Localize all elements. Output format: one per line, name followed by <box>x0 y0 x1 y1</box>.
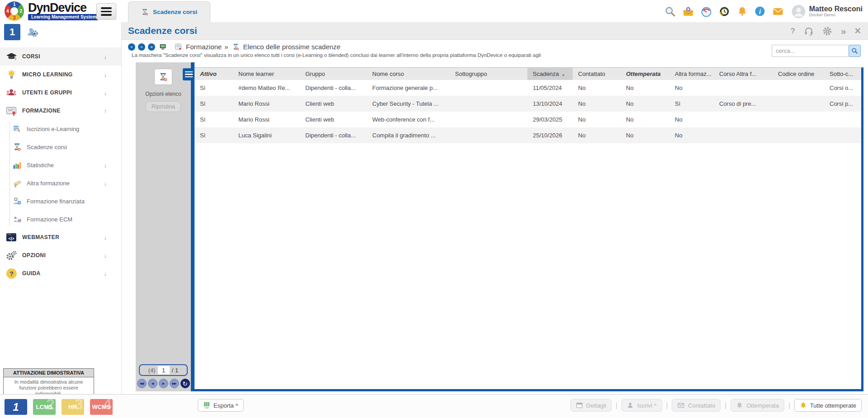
demo-box-title: ATTIVAZIONE DIMOSTRATIVA <box>4 369 94 377</box>
certificate-mail-icon[interactable] <box>683 6 694 17</box>
table-cell: Clienti web <box>300 96 367 112</box>
last-page-button[interactable]: ▶▶ <box>170 379 179 388</box>
next-page-button[interactable]: ▶ <box>159 379 168 388</box>
list-icon[interactable]: ≡ <box>148 43 155 51</box>
help-icon[interactable]: ? <box>790 27 795 36</box>
column-header[interactable]: Contattato <box>573 68 621 80</box>
hourglass-icon <box>12 142 22 151</box>
table-cell <box>773 112 824 127</box>
hourglass-icon <box>158 72 168 82</box>
table-row[interactable]: Sì#demo Matteo Re...Dipendenti - colla..… <box>194 80 861 96</box>
close-icon[interactable]: × <box>855 25 861 37</box>
support-headset-icon[interactable] <box>804 26 814 36</box>
table-cell: Corsi o... <box>824 80 861 96</box>
export-button[interactable]: CSV Esporta ^ <box>198 399 244 412</box>
sidebar-item-formazione-finanziata[interactable]: Formazione finanziata <box>0 192 121 210</box>
table-cell: No <box>573 96 621 112</box>
column-header[interactable]: Corso Altra f... <box>714 68 773 80</box>
sidebar-item-altra-formazione[interactable]: Altra formazione ↓ <box>0 174 121 192</box>
column-header[interactable]: Attivo <box>194 68 233 80</box>
module-badge-hr[interactable]: 3 HR <box>62 399 84 415</box>
sidebar-item-opzioni[interactable]: OPZIONI ↓ <box>0 246 121 264</box>
sidebar-item-label: CORSI <box>22 53 40 60</box>
table-row[interactable]: SìLuca SigaliniDipendenti - colla...Comp… <box>194 127 861 143</box>
panel-toggle-icon[interactable] <box>183 68 195 80</box>
all-fulfilled-label: Tutte ottemperate <box>810 402 856 409</box>
refresh-button[interactable]: ↻ <box>180 379 190 388</box>
sidebar-item-webmaster[interactable]: <|> WEBMASTER ↓ <box>0 228 121 246</box>
sidebar-item-corsi[interactable]: CORSI ↓ <box>0 47 121 66</box>
search-icon[interactable] <box>664 6 676 17</box>
user-settings-icon[interactable] <box>26 26 38 38</box>
table-cell <box>824 112 861 127</box>
hourglass-icon <box>141 8 149 16</box>
table-cell: Sì <box>194 80 233 96</box>
sidebar-item-formazione-ecm[interactable]: Formazione ECM <box>0 210 121 228</box>
sidebar-item-utenti-e-gruppi[interactable]: UTENTI E GRUPPI ↓ <box>0 84 121 102</box>
monitor-icon[interactable] <box>159 43 166 50</box>
column-header[interactable]: Nome corso <box>367 68 450 80</box>
diploma-icon <box>12 178 22 188</box>
enroll-button[interactable]: Iscrivi ^ <box>621 399 662 412</box>
sidebar-item-guida[interactable]: ? GUIDA ↓ <box>0 264 121 282</box>
module-badge-platform[interactable]: 1 <box>5 399 27 415</box>
column-header[interactable]: Scadenza▲ <box>527 68 573 80</box>
sidebar-item-statistiche[interactable]: Statistiche ↓ <box>0 156 121 174</box>
table-cell: No <box>621 96 669 112</box>
table-row[interactable]: SìMario RossiClienti webCyber Security -… <box>194 96 861 112</box>
column-header[interactable]: Sotto-c... <box>824 68 861 80</box>
prev-page-button[interactable]: ◀ <box>148 379 157 388</box>
table-cell: No <box>669 112 714 127</box>
gauge-icon[interactable] <box>701 6 712 17</box>
mail-icon[interactable] <box>772 6 784 17</box>
chevron-down-icon: ↓ <box>104 89 107 96</box>
search-input[interactable] <box>772 45 849 57</box>
history-icon[interactable] <box>719 6 730 17</box>
bell-icon[interactable] <box>737 6 748 17</box>
module-badge-lcms[interactable]: 2 LCMS <box>33 399 56 415</box>
column-header[interactable]: Altra formaz... <box>669 68 714 80</box>
export-label: Esporta ^ <box>213 402 238 409</box>
info-icon[interactable]: i <box>754 6 765 17</box>
avatar[interactable] <box>792 5 806 19</box>
settings-gear-icon[interactable] <box>822 26 832 36</box>
tab-scadenze-corsi[interactable]: Scadenze corsi <box>128 1 210 22</box>
sidebar-item-micro-learning[interactable]: MICRO LEARNING ↓ <box>0 66 121 84</box>
contacted-button[interactable]: Contattato <box>672 399 721 412</box>
sidebar-item-formazione[interactable]: FORMAZIONE ↑ <box>0 102 121 120</box>
all-fulfilled-button[interactable]: Tutte ottemperate <box>794 399 862 412</box>
reset-button[interactable]: Ripristina <box>146 101 181 112</box>
sidebar-item-label: GUIDA <box>22 270 41 277</box>
breadcrumb-row: « ≈ ≡ Formazione » Elenco delle prossime… <box>122 40 868 59</box>
separator: | <box>616 402 617 409</box>
sidebar-item-scadenze-corsi[interactable]: Scadenze corsi <box>0 138 121 156</box>
search-button[interactable] <box>849 45 861 57</box>
collapse-icon[interactable]: « <box>128 43 135 51</box>
table-cell: Sì <box>194 112 233 127</box>
column-header[interactable]: Nome learner <box>233 68 300 80</box>
platform-1-icon[interactable]: 1 <box>4 24 20 40</box>
menu-hamburger-icon[interactable] <box>96 3 116 20</box>
wave-icon[interactable]: ≈ <box>138 43 145 51</box>
module-badge-wcms[interactable]: 4 WCMS <box>90 399 113 415</box>
user-menu[interactable]: Matteo Resconi Docker Demo <box>792 5 863 19</box>
sidebar-item-iscrizioni-elearning[interactable]: Iscrizioni e-Learning <box>0 120 121 138</box>
table-row[interactable]: SìMario RossiClienti webWeb-conference c… <box>194 112 861 127</box>
expand-icon[interactable]: » <box>841 26 846 37</box>
table-cell: Cyber Security - Tutela ... <box>367 96 450 112</box>
footer-actions: Dettagli | Iscrivi ^ | Contattato | Otte… <box>570 399 862 412</box>
column-header[interactable]: Sottogruppo <box>450 68 527 80</box>
page-description: La maschera "Scadenze corsi" visualizza … <box>132 52 541 58</box>
formazione-submenu: Iscrizioni e-Learning Scadenze corsi Sta… <box>0 120 121 228</box>
details-button[interactable]: Dettagli <box>570 399 612 412</box>
fulfilled-button[interactable]: Ottemperata <box>730 399 784 412</box>
table-cell: No <box>669 127 714 143</box>
column-header[interactable]: Codice ordine <box>773 68 824 80</box>
first-page-button[interactable]: ◀◀ <box>137 379 147 388</box>
column-header[interactable]: Gruppo <box>300 68 367 80</box>
breadcrumb-section[interactable]: Formazione <box>186 43 222 51</box>
column-header[interactable]: Ottemperata <box>621 68 669 80</box>
page-input[interactable] <box>158 366 170 374</box>
table-cell <box>450 127 527 143</box>
deadlines-table-wrap: AttivoNome learnerGruppoNome corsoSottog… <box>194 67 863 391</box>
